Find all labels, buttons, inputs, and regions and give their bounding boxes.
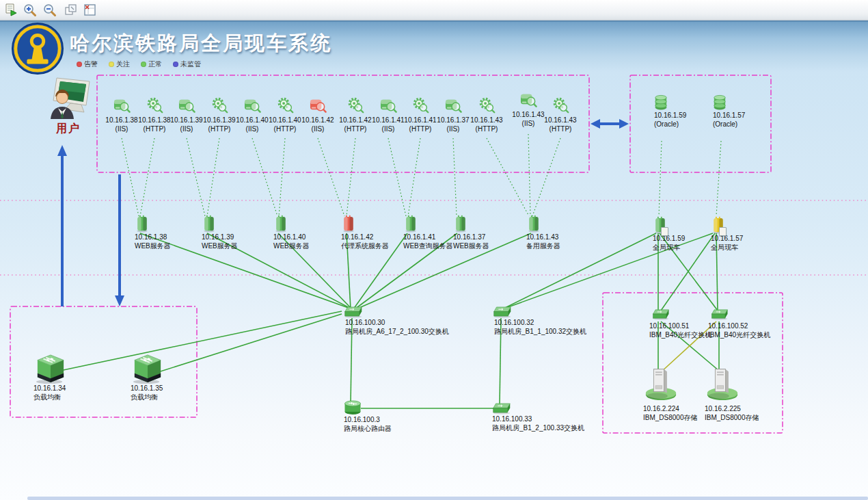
storage-icon — [706, 367, 739, 402]
service-ip: 10.16.1.43 — [528, 116, 593, 124]
storage-node-225[interactable]: 10.16.2.225 IBM_DS8000存储 — [705, 367, 787, 422]
loadbalancer-node-35[interactable]: 10.16.1.35 负载均衡 — [125, 354, 200, 402]
loadbalancer-icon — [132, 354, 163, 384]
zoom-out-icon[interactable] — [42, 3, 57, 17]
switch-ip: 10.16.100.30 — [345, 318, 486, 327]
http-service-icon — [552, 96, 569, 114]
legend-dot-normal — [141, 62, 146, 67]
legend-dot-unmonitored — [173, 62, 178, 67]
http-service-icon — [478, 96, 496, 114]
switch-icon — [651, 308, 671, 320]
router-ip: 10.16.100.3 — [344, 415, 465, 424]
switch-icon — [491, 402, 513, 415]
router-node-100-3[interactable]: 10.16.100.3 路局核心路由器 — [342, 399, 465, 433]
legend-label-unmonitored: 未监管 — [180, 60, 201, 69]
server-icon-alarm — [342, 215, 355, 233]
server-badge — [661, 227, 668, 236]
lb-ip: 10.16.1.34 — [33, 384, 106, 393]
server-icon — [136, 215, 148, 233]
status-legend: 告警 关注 正常 未监管 — [77, 60, 201, 69]
storage-icon — [645, 367, 677, 402]
server-icon — [528, 215, 540, 233]
user-workstation-icon — [43, 77, 94, 120]
server-icon — [405, 215, 417, 233]
fiber-switch-name: IBM_B40光纤交换机 — [708, 330, 797, 339]
server-ip: 10.16.1.43 — [526, 233, 615, 241]
server-icon — [275, 215, 287, 233]
switch-node-100-33[interactable]: 10.16.100.33 路局机房_B1_2_100.33交换机 — [491, 399, 634, 432]
toolbar — [0, 0, 868, 21]
horizontal-scrollbar[interactable] — [27, 497, 868, 500]
switch-name: 路局机房_B1_1_100.32交换机 — [494, 327, 635, 336]
switch-name: 路局机房_A6_17_2_100.30交换机 — [345, 327, 486, 336]
switch-node-100-32[interactable]: 10.16.100.32 路局机房_B1_1_100.32交换机 — [491, 305, 635, 336]
switch-ip: 10.16.100.33 — [492, 415, 634, 423]
fiber-switch-node-52[interactable]: 10.16.100.52 IBM_B40光纤交换机 — [708, 308, 797, 339]
loadbalancer-icon — [35, 354, 66, 384]
storage-ip: 10.16.2.225 — [705, 404, 787, 413]
service-ip: 10.16.1.57 — [713, 111, 802, 120]
legend-dot-watch — [109, 62, 114, 67]
switch-icon — [491, 305, 513, 318]
server-badge — [719, 227, 727, 236]
switch-icon — [342, 305, 364, 318]
service-proto: (HTTP) — [528, 124, 593, 133]
lb-name: 负载均衡 — [33, 393, 106, 402]
legend-label-alarm: 告警 — [84, 60, 98, 69]
legend-label-normal: 正常 — [148, 60, 162, 69]
legend-label-watch: 关注 — [116, 60, 130, 69]
router-icon — [342, 399, 363, 415]
database-icon — [654, 94, 668, 111]
service-proto: (Oracle) — [713, 120, 802, 129]
exit-view-icon[interactable] — [83, 3, 97, 17]
oracle-service-node-57[interactable]: 10.16.1.57 (Oracle) — [713, 94, 802, 129]
server-name: 全局现车 — [711, 243, 800, 252]
server-node-43[interactable]: 10.16.1.43 备用服务器 — [526, 215, 615, 250]
fiber-switch-ip: 10.16.100.52 — [708, 321, 797, 330]
lb-ip: 10.16.1.35 — [131, 384, 200, 393]
fit-window-icon[interactable] — [64, 3, 78, 17]
zoom-in-icon[interactable] — [23, 3, 37, 17]
switch-name: 路局机房_B1_2_100.33交换机 — [492, 423, 634, 432]
switch-ip: 10.16.100.32 — [494, 318, 635, 327]
run-script-icon[interactable] — [3, 3, 18, 17]
lb-name: 负载均衡 — [131, 393, 200, 402]
loadbalancer-node-34[interactable]: 10.16.1.34 负载均衡 — [31, 354, 106, 402]
storage-name: IBM_DS8000存储 — [705, 413, 787, 422]
legend-dot-alarm — [77, 62, 82, 67]
railway-logo — [11, 22, 64, 75]
topology-canvas[interactable] — [0, 72, 868, 500]
router-name: 路局核心路由器 — [344, 424, 465, 433]
network-monitor-window: 哈尔滨铁路局全局现车系统 告警 关注 正常 未监管 — [0, 0, 868, 500]
page-title: 哈尔滨铁路局全局现车系统 — [70, 30, 332, 57]
service-node-43-http-2[interactable]: 10.16.1.43 (HTTP) — [528, 96, 593, 133]
switch-node-100-30[interactable]: 10.16.100.30 路局机房_A6_17_2_100.30交换机 — [342, 305, 486, 336]
switch-icon — [709, 308, 730, 320]
server-icon — [203, 215, 215, 233]
database-icon — [713, 94, 727, 111]
server-name: 备用服务器 — [526, 241, 615, 250]
server-icon — [455, 215, 467, 233]
server-node-57-warn[interactable]: 10.16.1.57 全局现车 — [711, 216, 800, 252]
